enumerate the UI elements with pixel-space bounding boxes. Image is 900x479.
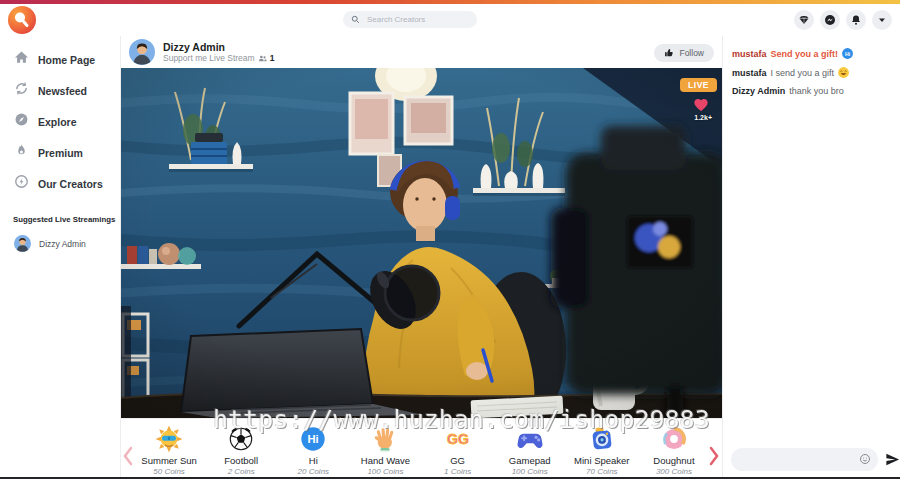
- gem-icon: [798, 14, 810, 26]
- football-icon: [227, 425, 255, 453]
- gift-bar: Summer Sun 50 Coins Footboll 2 Coins Hi …: [121, 418, 722, 479]
- thumbs-up-icon: [664, 48, 674, 58]
- gift-item-hand-wave[interactable]: Hand Wave 100 Coins: [349, 425, 421, 479]
- mini-speaker-icon: [588, 425, 616, 453]
- live-video-player[interactable]: LIVE 1.2k+: [121, 68, 722, 418]
- summer-sun-icon: [155, 425, 183, 453]
- topbar: [0, 4, 900, 36]
- explore-icon: [14, 112, 29, 131]
- svg-text:Hi: Hi: [308, 433, 319, 445]
- doughnut-icon: [660, 425, 688, 453]
- bell-icon: [850, 14, 862, 26]
- send-icon: [885, 452, 900, 467]
- send-message-button[interactable]: [885, 451, 900, 467]
- stream-titles: Dizzy Admin Support me Live Stream 1: [163, 41, 274, 64]
- suggested-streams-list: Dizzy Admin: [0, 230, 120, 257]
- gifts-scroll-right-icon[interactable]: [707, 445, 721, 467]
- chat-panel: mustafaSend you a gift!Hi mustafaI send …: [722, 36, 900, 479]
- avatar-icon: [14, 235, 31, 252]
- hi-icon: Hi: [841, 47, 854, 60]
- gamepad-icon: [516, 425, 544, 453]
- topbar-actions: [794, 10, 892, 30]
- stream-header: Dizzy Admin Support me Live Stream 1: [121, 36, 722, 68]
- account-menu-button[interactable]: [872, 10, 892, 30]
- gift-item-doughnut[interactable]: Doughnut 300 Coins: [638, 425, 710, 479]
- gift-list: Summer Sun 50 Coins Footboll 2 Coins Hi …: [121, 419, 722, 479]
- gift-item-gg[interactable]: GG GG 1 Coins: [422, 425, 494, 479]
- gifts-scroll-left-icon[interactable]: [121, 445, 135, 467]
- creators-icon: [14, 174, 29, 193]
- likes-count: 1.2k+: [694, 114, 712, 121]
- home-icon: [14, 50, 29, 69]
- sidebar-item-our-creators[interactable]: Our Creators: [0, 168, 120, 199]
- heart-icon[interactable]: [692, 97, 710, 113]
- creator-name: Dizzy Admin: [163, 41, 274, 54]
- laugh-icon: [837, 66, 850, 79]
- stream-subtitle: Support me Live Stream 1: [163, 53, 274, 63]
- chat-message-list: mustafaSend you a gift!Hi mustafaI send …: [723, 36, 900, 100]
- sidebar: Home Page Newsfeed Explore Premi: [0, 36, 121, 479]
- search-icon: [351, 15, 360, 24]
- chat-message: mustafaI send you a gift: [723, 63, 900, 82]
- app-window: Home Page Newsfeed Explore Premi: [0, 0, 900, 479]
- viewer-count: 1: [270, 53, 275, 63]
- search-input[interactable]: [365, 14, 469, 25]
- gift-item-summer-sun[interactable]: Summer Sun 50 Coins: [133, 425, 205, 479]
- app-logo[interactable]: [8, 6, 36, 34]
- emoji-picker-icon[interactable]: [859, 453, 871, 465]
- gift-item-hi[interactable]: Hi Hi 20 Coins: [277, 425, 349, 479]
- chevron-down-icon: [876, 14, 888, 26]
- svg-text:Hi: Hi: [845, 51, 851, 57]
- live-badge: LIVE: [680, 78, 717, 92]
- chat-message: Dizzy Adminthank you bro: [723, 82, 900, 100]
- gift-item-mini-speaker[interactable]: Mini Speaker 70 Coins: [566, 425, 638, 479]
- chat-input[interactable]: [731, 448, 878, 471]
- suggested-stream-dizzy-admin[interactable]: Dizzy Admin: [0, 230, 120, 257]
- sidebar-nav: Home Page Newsfeed Explore Premi: [0, 44, 120, 199]
- gift-item-gamepad[interactable]: Gamepad 100 Coins: [494, 425, 566, 479]
- viewers-icon: [258, 54, 267, 63]
- suggested-streams-header: Suggested Live Streamings: [0, 199, 120, 230]
- video-scene: [121, 68, 722, 418]
- sidebar-item-premium[interactable]: Premium: [0, 137, 120, 168]
- chat-message: mustafaSend you a gift!Hi: [723, 44, 900, 63]
- creator-avatar[interactable]: [129, 39, 155, 65]
- gift-item-footboll[interactable]: Footboll 2 Coins: [205, 425, 277, 479]
- hand-wave-icon: [371, 425, 399, 453]
- sidebar-item-explore[interactable]: Explore: [0, 106, 120, 137]
- diamonds-button[interactable]: [794, 10, 814, 30]
- gg-icon: GG: [444, 425, 472, 453]
- messenger-icon: [824, 14, 836, 26]
- stream-main: Dizzy Admin Support me Live Stream 1: [121, 36, 722, 479]
- hi-icon: Hi: [299, 425, 327, 453]
- sidebar-item-home-page[interactable]: Home Page: [0, 44, 120, 75]
- svg-text:GG: GG: [447, 431, 469, 447]
- newsfeed-icon: [14, 81, 29, 100]
- sidebar-item-newsfeed[interactable]: Newsfeed: [0, 75, 120, 106]
- premium-icon: [14, 143, 29, 162]
- chat-input-row: [723, 443, 900, 475]
- messages-button[interactable]: [820, 10, 840, 30]
- follow-button[interactable]: Follow: [654, 44, 714, 62]
- notifications-button[interactable]: [846, 10, 866, 30]
- search-bar[interactable]: [343, 11, 477, 28]
- chat-input-field[interactable]: [738, 453, 859, 465]
